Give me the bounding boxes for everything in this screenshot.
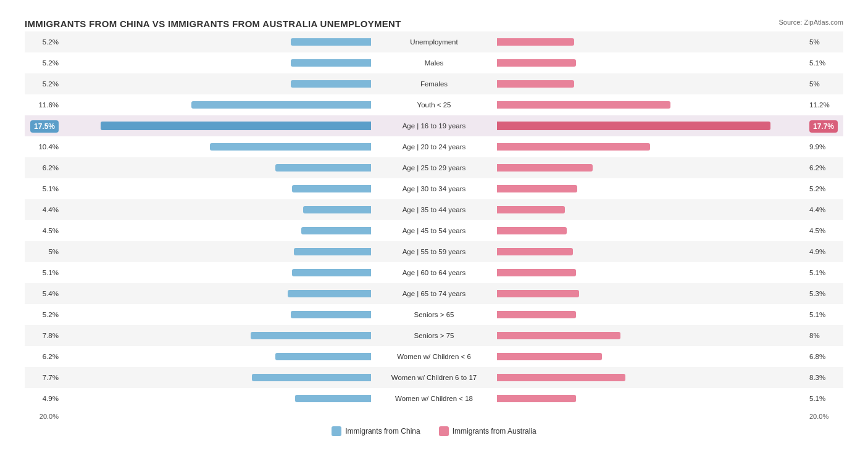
right-value: 5.2%	[806, 185, 843, 192]
legend-australia-box	[439, 426, 449, 436]
left-value: 5.2%	[25, 311, 62, 318]
bar-blue	[301, 227, 371, 234]
left-bars	[62, 136, 372, 157]
right-value: 4.4%	[806, 206, 843, 213]
bar-pink	[497, 311, 576, 318]
right-bars	[496, 94, 806, 115]
bar-row: 5.2% Seniors > 65 5.1%	[25, 304, 843, 325]
bar-row: 11.6% Youth < 25 11.2%	[25, 94, 843, 115]
left-value: 7.8%	[25, 332, 62, 339]
left-value: 7.7%	[25, 374, 62, 381]
bar-blue	[252, 374, 371, 381]
bar-pink	[497, 143, 650, 151]
left-bars	[62, 73, 372, 94]
bar-row: 6.2% Women w/ Children < 6 6.8%	[25, 346, 843, 367]
left-value: 5.2%	[25, 59, 62, 67]
left-value-badge: 17.5%	[25, 120, 62, 131]
left-bars	[62, 94, 372, 115]
left-bars	[62, 346, 372, 367]
right-bars	[496, 52, 806, 73]
bar-row: 6.2% Age | 25 to 29 years 6.2%	[25, 157, 843, 178]
legend: Immigrants from China Immigrants from Au…	[25, 426, 843, 436]
bar-row: 5.4% Age | 65 to 74 years 5.3%	[25, 283, 843, 304]
bar-pink	[497, 290, 579, 297]
bar-blue	[291, 311, 371, 318]
center-label: Females	[372, 80, 496, 88]
right-value: 6.2%	[806, 164, 843, 172]
center-label: Age | 65 to 74 years	[372, 290, 496, 297]
bar-pink	[497, 395, 576, 402]
left-value: 6.2%	[25, 353, 62, 360]
right-bars	[496, 283, 806, 304]
left-value: 4.5%	[25, 227, 62, 234]
center-label: Seniors > 75	[372, 332, 496, 339]
right-value: 5%	[806, 80, 843, 88]
right-bars	[496, 136, 806, 157]
right-value: 4.5%	[806, 227, 843, 234]
right-value: 4.9%	[806, 248, 843, 255]
bar-pink	[497, 269, 576, 276]
axis-left-label: 20.0%	[25, 413, 62, 420]
left-bars	[62, 325, 372, 346]
right-bars	[496, 157, 806, 178]
right-value: 5.1%	[806, 311, 843, 318]
bar-pink	[497, 38, 574, 46]
bar-blue	[275, 353, 371, 360]
center-label: Age | 35 to 44 years	[372, 206, 496, 213]
bar-row: 4.9% Women w/ Children < 18 5.1%	[25, 388, 843, 409]
bar-blue	[291, 59, 371, 67]
center-label: Women w/ Children < 18	[372, 395, 496, 402]
right-value: 11.2%	[806, 101, 843, 109]
left-value: 5.1%	[25, 269, 62, 276]
right-value: 8%	[806, 332, 843, 339]
right-bars	[496, 241, 806, 262]
right-value: 5.1%	[806, 59, 843, 67]
right-bars	[496, 115, 806, 136]
chart-title: IMMIGRANTS FROM CHINA VS IMMIGRANTS FROM…	[25, 19, 401, 29]
center-label: Age | 30 to 34 years	[372, 185, 496, 192]
right-value: 5%	[806, 38, 843, 46]
right-value: 9.9%	[806, 143, 843, 151]
axis-right-label: 20.0%	[806, 413, 843, 420]
bar-blue	[210, 143, 371, 151]
center-label: Age | 16 to 19 years	[372, 122, 496, 130]
left-bars	[62, 241, 372, 262]
legend-china-label: Immigrants from China	[345, 427, 420, 436]
center-label: Unemployment	[372, 38, 496, 46]
legend-australia: Immigrants from Australia	[439, 426, 536, 436]
bar-pink	[497, 101, 670, 109]
bar-row: 7.8% Seniors > 75 8%	[25, 325, 843, 346]
right-bars	[496, 388, 806, 409]
left-value: 4.9%	[25, 395, 62, 402]
left-value: 10.4%	[25, 143, 62, 151]
bar-row: 4.4% Age | 35 to 44 years 4.4%	[25, 199, 843, 220]
right-value: 5.3%	[806, 290, 843, 297]
bar-blue	[251, 332, 371, 339]
bar-row: 5.1% Age | 30 to 34 years 5.2%	[25, 178, 843, 199]
axis-row: 20.0% 20.0%	[25, 413, 843, 420]
bar-pink	[497, 59, 576, 67]
right-bars	[496, 178, 806, 199]
left-bars	[62, 367, 372, 388]
bar-blue	[303, 206, 371, 213]
legend-china-box	[332, 426, 341, 436]
right-bars	[496, 367, 806, 388]
right-bars	[496, 346, 806, 367]
bar-pink	[497, 353, 602, 360]
left-value: 11.6%	[25, 101, 62, 109]
bar-blue	[288, 290, 371, 297]
left-bars	[62, 199, 372, 220]
bar-pink	[497, 374, 625, 381]
left-bars	[62, 304, 372, 325]
bar-pink	[497, 332, 620, 339]
chart-container: IMMIGRANTS FROM CHINA VS IMMIGRANTS FROM…	[12, 12, 856, 448]
left-bars	[62, 178, 372, 199]
center-label: Age | 55 to 59 years	[372, 248, 496, 255]
center-label: Women w/ Children < 6	[372, 353, 496, 360]
left-value: 5%	[25, 248, 62, 255]
source-text: Source: ZipAtlas.com	[778, 19, 843, 26]
left-value: 5.2%	[25, 80, 62, 88]
bar-blue	[191, 101, 371, 109]
center-label: Youth < 25	[372, 101, 496, 109]
left-bars	[62, 31, 372, 52]
